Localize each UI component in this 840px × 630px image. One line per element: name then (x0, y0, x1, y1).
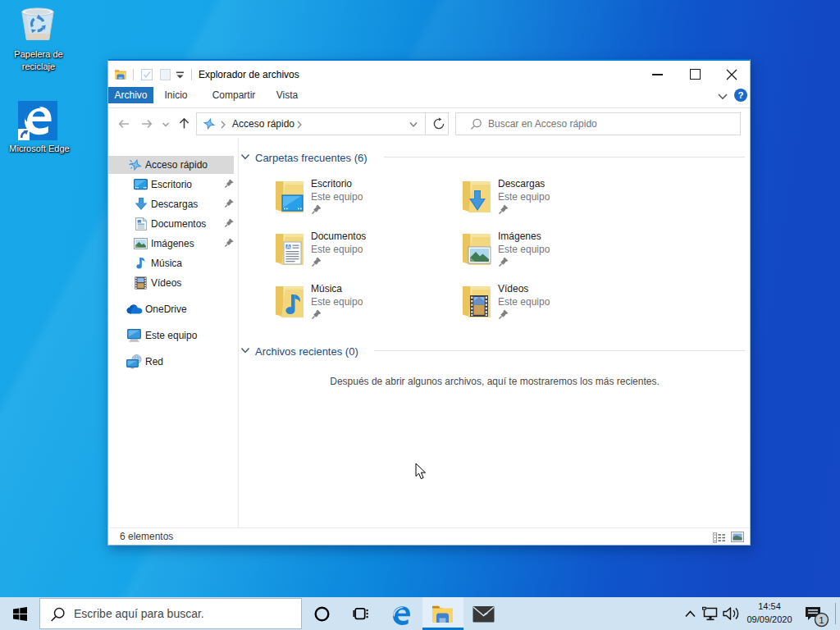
svg-text:A: A (286, 244, 290, 249)
svg-text:?: ? (737, 90, 743, 100)
svg-text:1: 1 (819, 615, 824, 625)
